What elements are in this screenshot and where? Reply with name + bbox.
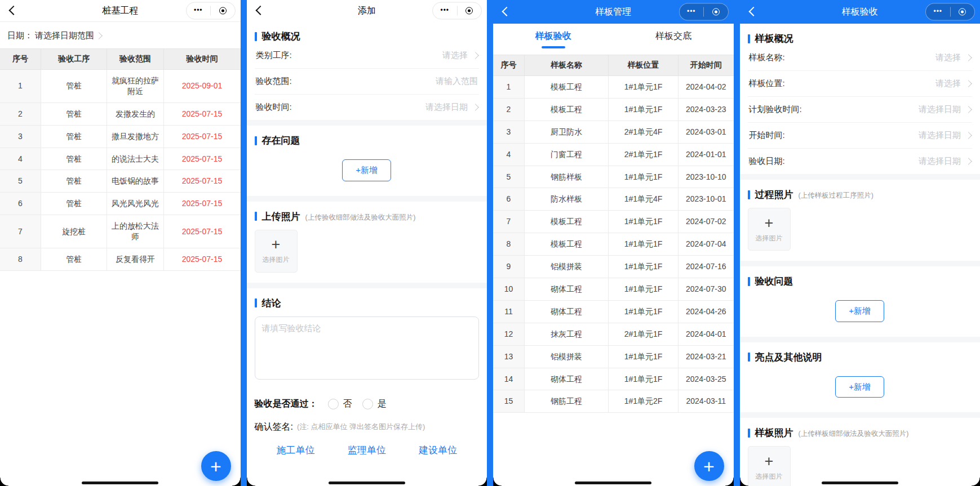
table-cell: 管桩 bbox=[41, 193, 107, 215]
chevron-right-icon bbox=[95, 32, 103, 39]
table-cell: 电饭锅的故事 bbox=[107, 170, 163, 193]
add-record-fab[interactable]: + bbox=[201, 451, 231, 481]
navbar: 样板管理 ••• bbox=[493, 0, 734, 24]
column-header: 验收工序 bbox=[41, 49, 107, 70]
table-cell: 15 bbox=[493, 390, 524, 413]
add-problem-button[interactable]: +新增 bbox=[342, 159, 391, 181]
capsule-menu: ••• bbox=[679, 3, 729, 21]
field-category-process[interactable]: 类别工序: 请选择 bbox=[255, 43, 480, 69]
more-menu-button[interactable]: ••• bbox=[187, 3, 211, 19]
ellipsis-icon: ••• bbox=[933, 7, 942, 16]
table-row[interactable]: 8管桩反复看得开2025-07-15 bbox=[0, 248, 241, 271]
table-cell: 2025-07-15 bbox=[163, 125, 241, 148]
table-cell: 2025-07-15 bbox=[163, 248, 241, 271]
screen-corner bbox=[493, 478, 502, 486]
section-separator bbox=[247, 283, 487, 288]
choose-image-tile[interactable]: + 选择图片 bbox=[748, 446, 791, 486]
choose-image-tile[interactable]: + 选择图片 bbox=[748, 208, 791, 251]
table-row[interactable]: 2管桩发撒发生的2025-07-15 bbox=[0, 102, 241, 125]
table-cell: 2025-07-15 bbox=[163, 215, 241, 248]
section-separator bbox=[740, 412, 980, 418]
minimize-target-button[interactable] bbox=[211, 3, 235, 19]
minimize-target-button[interactable] bbox=[704, 4, 728, 20]
table-row[interactable]: 7旋挖桩上的放松大法师2025-07-15 bbox=[0, 215, 241, 248]
table-cell: 管桩 bbox=[41, 148, 107, 170]
field-sample-location[interactable]: 样板位置: 请选择 bbox=[748, 71, 973, 97]
table-row[interactable]: 2模板工程1#1单元1F2024-03-23 bbox=[493, 98, 734, 121]
table-cell: 13 bbox=[493, 345, 524, 368]
table-row[interactable]: 10砌体工程1#1单元1F2024-07-30 bbox=[493, 278, 734, 301]
radio-no[interactable]: 否 bbox=[328, 398, 352, 410]
minimize-target-button[interactable] bbox=[951, 4, 975, 20]
section-conclusion: 结论 bbox=[247, 288, 487, 382]
table-cell: 7 bbox=[493, 211, 524, 233]
field-placeholder: 请选择日期 bbox=[425, 102, 468, 113]
column-header: 序号 bbox=[0, 49, 41, 70]
section-separator bbox=[740, 261, 980, 266]
screen-corner bbox=[0, 478, 8, 486]
table-cell: 2025-09-01 bbox=[163, 70, 241, 103]
choose-image-tile[interactable]: + 选择图片 bbox=[255, 230, 298, 273]
more-menu-button[interactable]: ••• bbox=[680, 4, 704, 20]
table-row[interactable]: 7模板工程1#1单元1F2024-07-02 bbox=[493, 211, 734, 233]
capsule-menu: ••• bbox=[186, 2, 236, 20]
table-row[interactable]: 1管桩就疯狂的拉萨附近2025-09-01 bbox=[0, 70, 241, 103]
table-cell: 2025-07-15 bbox=[163, 170, 241, 193]
table-row[interactable]: 4门窗工程2#1单元1F2024-01-01 bbox=[493, 143, 734, 166]
construction-unit-link[interactable]: 施工单位 bbox=[277, 444, 315, 457]
table-row[interactable]: 14砌体工程1#1单元1F2024-03-25 bbox=[493, 368, 734, 390]
table-row[interactable]: 13铝模拼装1#1单元1F2024-03-21 bbox=[493, 345, 734, 368]
field-sample-name[interactable]: 样板名称: 请选择 bbox=[748, 45, 973, 71]
screen-corner bbox=[232, 478, 241, 486]
conclusion-textarea[interactable] bbox=[255, 316, 480, 380]
tab-sample-briefing[interactable]: 样板交底 bbox=[613, 24, 733, 55]
field-placeholder: 请选择 bbox=[935, 78, 961, 89]
table-row[interactable]: 5钢筋样板1#1单元1F2023-10-10 bbox=[493, 166, 734, 188]
section-accent-bar bbox=[748, 34, 750, 43]
pass-or-not-row: 验收是否通过： 否 是 bbox=[247, 391, 487, 413]
more-menu-button[interactable]: ••• bbox=[926, 4, 950, 20]
table-row[interactable]: 6防水样板1#1单元4F2023-10-01 bbox=[493, 188, 734, 211]
table-cell: 反复看得开 bbox=[107, 248, 163, 271]
add-issue-button[interactable]: +新增 bbox=[835, 300, 884, 322]
back-icon[interactable] bbox=[9, 6, 19, 15]
table-row[interactable]: 3管桩撒旦发撒地方2025-07-15 bbox=[0, 125, 241, 148]
add-sample-fab[interactable]: + bbox=[694, 451, 724, 481]
table-cell: 1#1单元1F bbox=[609, 98, 679, 121]
table-row[interactable]: 11砌体工程1#1单元1F2024-04-26 bbox=[493, 300, 734, 323]
radio-circle-icon bbox=[328, 399, 339, 409]
owner-unit-link[interactable]: 建设单位 bbox=[419, 444, 457, 457]
table-cell: 风光风光风光 bbox=[107, 193, 163, 215]
minimize-target-button[interactable] bbox=[458, 3, 482, 19]
table-row[interactable]: 1模板工程1#1单元1F2024-04-02 bbox=[493, 76, 734, 99]
add-highlight-button[interactable]: +新增 bbox=[835, 376, 884, 398]
back-icon[interactable] bbox=[502, 7, 512, 16]
tab-sample-acceptance[interactable]: 样板验收 bbox=[493, 24, 613, 55]
table-cell: 1#1单元1F bbox=[609, 300, 679, 323]
field-acceptance-scope[interactable]: 验收范围: 请输入范围 bbox=[255, 69, 480, 95]
table-row[interactable]: 15钢筋工程1#1单元2F2024-03-11 bbox=[493, 390, 734, 413]
field-start-time[interactable]: 开始时间: 请选择日期 bbox=[748, 123, 973, 149]
table-row[interactable]: 6管桩风光风光风光2025-07-15 bbox=[0, 193, 241, 215]
field-acceptance-time[interactable]: 验收时间: 请选择日期 bbox=[255, 95, 480, 120]
table-cell: 7 bbox=[0, 215, 41, 248]
tab-underline bbox=[662, 46, 685, 48]
table-row[interactable]: 4管桩的说法士大夫2025-07-15 bbox=[0, 148, 241, 170]
field-planned-acceptance-time[interactable]: 计划验收时间: 请选择日期 bbox=[748, 97, 973, 123]
table-row[interactable]: 3厨卫防水2#1单元4F2024-03-01 bbox=[493, 121, 734, 143]
table-row[interactable]: 8模板工程1#1单元1F2024-07-04 bbox=[493, 233, 734, 256]
supervision-unit-link[interactable]: 监理单位 bbox=[348, 444, 386, 457]
table-row[interactable]: 9铝模拼装1#1单元1F2024-07-16 bbox=[493, 256, 734, 278]
table-cell: 2024-03-25 bbox=[678, 368, 733, 390]
date-range-filter[interactable]: 日期： 请选择日期范围 bbox=[0, 22, 241, 48]
table-row[interactable]: 12抹灰工程2#1单元1F2024-04-01 bbox=[493, 323, 734, 345]
radio-yes[interactable]: 是 bbox=[362, 398, 387, 410]
field-acceptance-date[interactable]: 验收日期: 请选择日期 bbox=[748, 149, 973, 174]
table-row[interactable]: 5管桩电饭锅的故事2025-07-15 bbox=[0, 170, 241, 193]
more-menu-button[interactable]: ••• bbox=[433, 3, 457, 19]
back-icon[interactable] bbox=[748, 7, 758, 16]
table-cell: 上的放松大法师 bbox=[107, 215, 163, 248]
table-cell: 1#1单元1F bbox=[609, 368, 679, 390]
table-cell: 12 bbox=[493, 323, 524, 345]
back-icon[interactable] bbox=[255, 6, 265, 15]
